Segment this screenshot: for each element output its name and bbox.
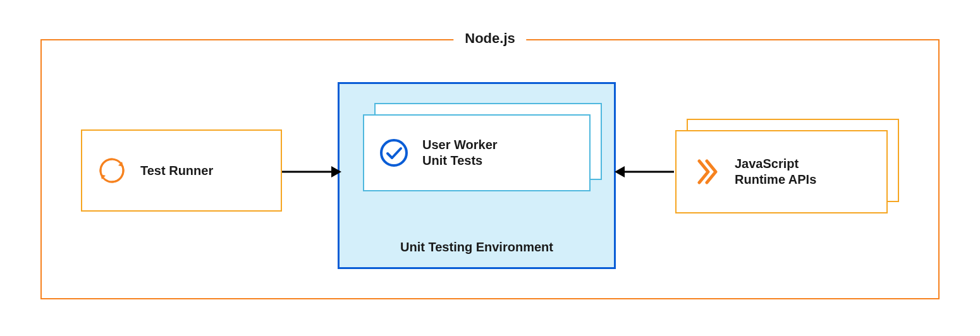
worker-tests-line2: Unit Tests	[422, 153, 498, 169]
test-runner-label: Test Runner	[140, 163, 213, 179]
runtime-apis-card: JavaScript Runtime APIs	[675, 130, 888, 213]
unit-testing-environment: User Worker Unit Tests Unit Testing Envi…	[338, 82, 616, 269]
worker-tests-line1: User Worker	[422, 137, 498, 153]
arrow-test-runner-to-env	[282, 164, 341, 165]
runtime-apis-line2: Runtime APIs	[735, 172, 816, 188]
refresh-icon	[95, 153, 129, 188]
runtime-apis-line1: JavaScript	[735, 156, 816, 172]
svg-point-0	[381, 140, 407, 165]
runtime-apis-label: JavaScript Runtime APIs	[735, 156, 816, 188]
worker-tests-card: User Worker Unit Tests	[363, 114, 591, 191]
double-chevron-icon	[689, 155, 723, 189]
worker-tests-stack: User Worker Unit Tests	[363, 103, 591, 180]
runtime-apis-stack: JavaScript Runtime APIs	[675, 119, 888, 202]
checkmark-circle-icon	[377, 136, 411, 170]
nodejs-label: Node.js	[453, 30, 526, 47]
worker-tests-label: User Worker Unit Tests	[422, 137, 498, 169]
test-runner-card: Test Runner	[81, 129, 282, 212]
unit-testing-env-label: Unit Testing Environment	[340, 240, 614, 255]
arrow-runtime-to-env	[615, 164, 674, 165]
